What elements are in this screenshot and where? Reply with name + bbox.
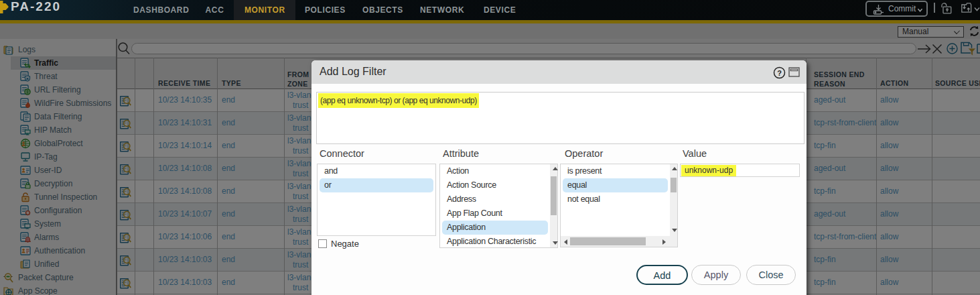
- svg-text:?: ?: [777, 69, 782, 77]
